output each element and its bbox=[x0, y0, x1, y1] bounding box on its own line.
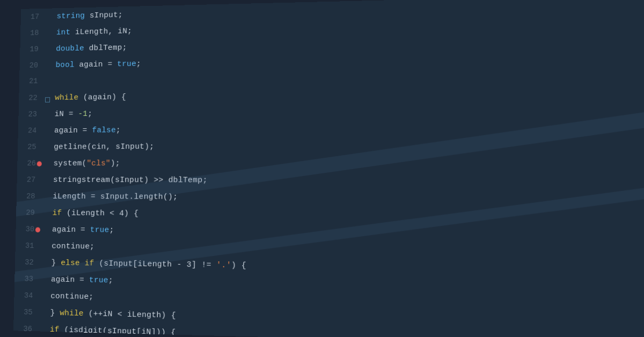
code-line: 25 getline(cin, sInput); bbox=[18, 135, 644, 156]
line-number: 27 bbox=[17, 172, 42, 189]
code-tokens: continue; bbox=[48, 238, 95, 255]
line-number: 17 bbox=[20, 9, 46, 26]
line-number: 18 bbox=[20, 25, 46, 42]
line-number: 33 bbox=[14, 271, 40, 288]
code-tokens: again = false; bbox=[50, 122, 121, 138]
code-tokens: if (isdigit(sInput[iN])) { bbox=[46, 321, 175, 337]
line-number: 32 bbox=[15, 254, 41, 272]
line-number: 35 bbox=[13, 304, 39, 321]
code-tokens: iLength = sInput.length(); bbox=[49, 188, 178, 205]
line-number: 36 bbox=[13, 321, 39, 337]
code-tokens: bool again = true; bbox=[52, 55, 141, 73]
line-number: 20 bbox=[19, 57, 45, 74]
line-number: 19 bbox=[20, 41, 46, 58]
code-tokens: again = true; bbox=[47, 271, 113, 289]
code-tokens: iN = -1; bbox=[50, 106, 92, 122]
line-number: 30 bbox=[16, 222, 41, 238]
line-number: 26 bbox=[17, 156, 43, 172]
code-tokens: while (again) { bbox=[51, 89, 127, 106]
line-number: 21 bbox=[19, 74, 45, 90]
code-tokens: again = true; bbox=[48, 221, 114, 238]
code-tokens: getline(cin, sInput); bbox=[50, 138, 155, 155]
code-tokens: double dblTemp; bbox=[52, 39, 127, 57]
line-number: 31 bbox=[15, 238, 41, 254]
code-line: 26 system("cls"); bbox=[17, 153, 644, 172]
code-tokens: string sInput; bbox=[53, 6, 123, 24]
line-number: 25 bbox=[18, 139, 43, 156]
code-tokens: system("cls"); bbox=[49, 155, 120, 172]
code-tokens: int iLength, iN; bbox=[52, 23, 132, 40]
line-number: 24 bbox=[18, 123, 43, 140]
line-number: 22 bbox=[19, 90, 45, 107]
line-number: 29 bbox=[16, 205, 42, 222]
line-number: 28 bbox=[17, 188, 42, 205]
line-number: 23 bbox=[18, 106, 44, 123]
code-tokens: stringstream(sInput) >> dblTemp; bbox=[49, 172, 208, 189]
breakpoint-marker[interactable] bbox=[37, 162, 42, 167]
code-tokens: if (iLength < 4) { bbox=[48, 204, 138, 222]
code-editor: 17string sInput;18int iLength, iN;19doub… bbox=[13, 0, 644, 337]
line-number: 34 bbox=[14, 288, 40, 305]
code-content-area: 17string sInput;18int iLength, iN;19doub… bbox=[13, 0, 644, 337]
breakpoint-marker[interactable] bbox=[35, 227, 40, 232]
fold-indicator[interactable] bbox=[45, 97, 50, 102]
code-line: 27 stringstream(sInput) >> dblTemp; bbox=[17, 172, 644, 191]
code-tokens: continue; bbox=[47, 288, 94, 305]
